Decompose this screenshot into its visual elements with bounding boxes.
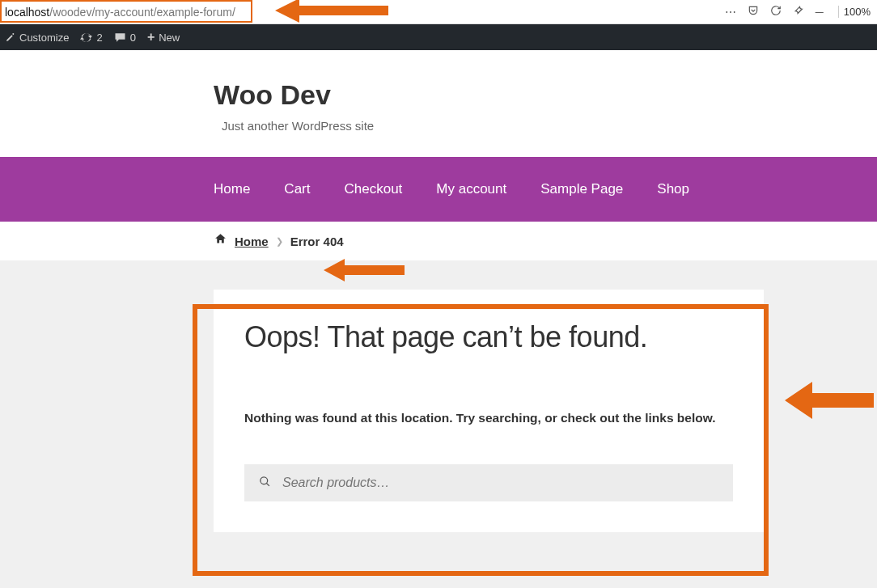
zoom-level[interactable]: 100% xyxy=(838,6,871,18)
nav-my-account[interactable]: My account xyxy=(436,181,506,197)
breadcrumb-current: Error 404 xyxy=(290,235,344,248)
not-found-message: Nothing was found at this location. Try … xyxy=(244,411,733,425)
nav-sample-page[interactable]: Sample Page xyxy=(540,181,623,197)
comments-count: 0 xyxy=(130,32,136,44)
customize-link[interactable]: Customize xyxy=(5,32,69,44)
comments-link[interactable]: 0 xyxy=(114,32,136,44)
new-link[interactable]: + New xyxy=(147,30,180,44)
site-header: Woo Dev Just another WordPress site xyxy=(0,50,877,157)
new-label: New xyxy=(159,32,180,44)
updates-count: 2 xyxy=(96,32,102,44)
updates-link[interactable]: 2 xyxy=(80,32,102,44)
nav-cart[interactable]: Cart xyxy=(284,181,310,197)
page-title: Oops! That page can’t be found. xyxy=(244,320,733,354)
browser-toolbar: localhost/woodev/my-account/example-foru… xyxy=(0,0,877,24)
wp-admin-bar: Customize 2 0 + New xyxy=(0,24,877,50)
plus-icon: + xyxy=(147,30,155,44)
address-bar[interactable]: localhost/woodev/my-account/example-foru… xyxy=(0,6,718,19)
zoom-out-icon[interactable]: ─ xyxy=(816,6,824,19)
site-tagline: Just another WordPress site xyxy=(222,119,877,133)
search-icon xyxy=(259,476,271,490)
customize-label: Customize xyxy=(19,32,69,44)
content-area: Oops! That page can’t be found. Nothing … xyxy=(0,260,877,588)
reload-icon[interactable] xyxy=(770,5,782,19)
primary-nav: Home Cart Checkout My account Sample Pag… xyxy=(0,157,877,222)
breadcrumb: Home ❯ Error 404 xyxy=(0,222,877,260)
url-host: localhost xyxy=(5,6,49,19)
url-path: /woodev/my-account/example-forum/ xyxy=(49,6,235,19)
more-icon[interactable]: ⋯ xyxy=(725,6,736,19)
breadcrumb-home[interactable]: Home xyxy=(235,235,269,248)
error-card: Oops! That page can’t be found. Nothing … xyxy=(214,290,764,532)
product-search xyxy=(244,464,733,501)
home-icon[interactable] xyxy=(214,232,227,250)
dev-tools-icon[interactable] xyxy=(793,5,804,19)
browser-actions: ⋯ ─ 100% xyxy=(718,5,877,19)
nav-checkout[interactable]: Checkout xyxy=(344,181,402,197)
pocket-icon[interactable] xyxy=(748,5,759,19)
breadcrumb-separator-icon: ❯ xyxy=(276,236,283,247)
site-title[interactable]: Woo Dev xyxy=(214,79,877,111)
nav-shop[interactable]: Shop xyxy=(657,181,689,197)
search-input[interactable] xyxy=(282,476,718,490)
nav-home[interactable]: Home xyxy=(214,181,250,197)
